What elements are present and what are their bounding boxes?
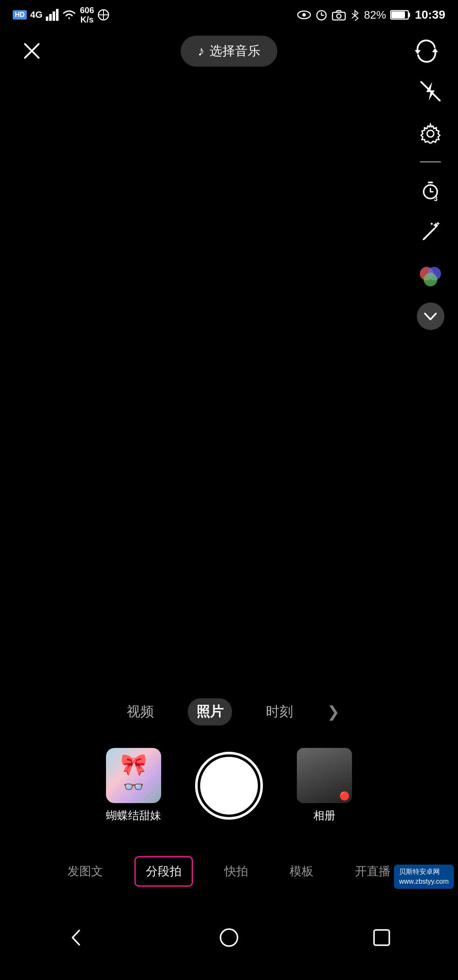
- chevron-down-icon: [423, 312, 438, 321]
- magic-wand-icon: ✦ ✦ ✦: [419, 221, 441, 244]
- wifi-icon: [62, 9, 76, 21]
- watermark: 贝斯特安卓网www.zbstyy.com: [394, 865, 454, 889]
- svg-rect-2: [53, 11, 55, 21]
- recents-button[interactable]: [356, 921, 407, 955]
- svg-point-6: [302, 13, 306, 17]
- svg-rect-3: [56, 9, 59, 21]
- alarm-icon: [316, 9, 327, 21]
- svg-line-17: [421, 82, 440, 101]
- network-speed: 606K/s: [80, 6, 94, 24]
- magic-wand-button[interactable]: ✦ ✦ ✦: [416, 218, 445, 247]
- svg-rect-13: [408, 13, 410, 17]
- refresh-icon: [415, 39, 438, 63]
- timer-button[interactable]: 3: [416, 175, 445, 205]
- tab-live[interactable]: 开直播: [345, 857, 401, 885]
- back-button[interactable]: [51, 921, 102, 955]
- close-button[interactable]: [17, 36, 47, 66]
- camera-viewfinder: [0, 30, 458, 725]
- svg-text:3: 3: [434, 195, 438, 201]
- home-icon: [218, 927, 240, 948]
- mode-video[interactable]: 视频: [118, 698, 162, 725]
- svg-text:✦: ✦: [430, 221, 434, 227]
- tab-segment-shoot[interactable]: 分段拍: [134, 856, 193, 887]
- album-preview-image: [297, 748, 352, 803]
- time: 10:39: [415, 8, 445, 22]
- svg-marker-15: [432, 48, 438, 52]
- status-left: HD 4G 606K/s: [13, 6, 109, 24]
- navigation-bar: [0, 895, 458, 980]
- effect-label: 蝴蝶结甜妹: [106, 808, 161, 823]
- album-label: 相册: [313, 808, 335, 823]
- svg-rect-14: [391, 11, 405, 18]
- svg-rect-1: [49, 14, 52, 21]
- music-select-button[interactable]: ♪ 选择音乐: [181, 36, 277, 67]
- bottom-tabs: 发图文 分段拍 快拍 模板 开直播: [0, 848, 458, 895]
- color-filter-button[interactable]: [416, 260, 445, 290]
- top-bar: ♪ 选择音乐: [0, 30, 458, 72]
- svg-point-18: [427, 130, 434, 137]
- effect-thumbnail[interactable]: 蝴蝶结甜妹: [106, 748, 161, 823]
- music-note-icon: ♪: [198, 43, 204, 59]
- home-button[interactable]: [204, 921, 254, 955]
- battery-icon: [390, 9, 411, 20]
- shutter-button[interactable]: [195, 752, 263, 820]
- svg-point-32: [221, 929, 237, 946]
- recents-icon: [371, 927, 392, 948]
- color-filter-icon: [417, 262, 444, 288]
- effect-preview-image: [106, 748, 161, 803]
- mode-photo[interactable]: 照片: [188, 698, 232, 725]
- album-button[interactable]: 相册: [297, 748, 352, 823]
- mode-moment[interactable]: 时刻: [257, 698, 302, 725]
- svg-point-11: [337, 14, 341, 18]
- svg-rect-22: [428, 182, 433, 183]
- svg-rect-0: [46, 17, 48, 21]
- signal-4g: 4G: [30, 9, 42, 20]
- tab-post[interactable]: 发图文: [57, 857, 113, 885]
- tab-template[interactable]: 模板: [279, 857, 324, 885]
- flip-camera-button[interactable]: [411, 36, 441, 66]
- hd-badge: HD: [13, 10, 27, 20]
- status-bar: HD 4G 606K/s: [0, 0, 458, 30]
- settings-button[interactable]: [416, 119, 445, 148]
- flash-button[interactable]: [416, 76, 445, 106]
- status-right: 82% 10:39: [297, 8, 445, 22]
- divider: [420, 161, 441, 162]
- mode-selector: 视频 照片 时刻 ❯: [0, 690, 458, 734]
- right-controls: 3 ✦ ✦ ✦: [416, 76, 445, 330]
- eye-icon: [297, 9, 311, 21]
- shutter-inner: [200, 757, 258, 815]
- signal-bars-icon: [46, 9, 59, 21]
- timer-icon: 3: [419, 179, 441, 201]
- settings-icon: [419, 123, 441, 145]
- vpn-icon: [98, 9, 109, 21]
- more-options-button[interactable]: [417, 302, 444, 330]
- svg-rect-10: [332, 12, 345, 20]
- svg-line-24: [424, 229, 434, 239]
- camera-icon: [332, 9, 346, 21]
- battery-percent: 82%: [364, 8, 386, 22]
- back-icon: [66, 927, 87, 948]
- svg-text:✦: ✦: [436, 221, 441, 227]
- bluetooth-icon: [350, 9, 360, 21]
- music-select-label: 选择音乐: [209, 42, 260, 60]
- mode-arrow: ❯: [327, 703, 340, 721]
- svg-point-31: [424, 273, 437, 286]
- tab-quick-shoot[interactable]: 快拍: [214, 857, 258, 885]
- svg-marker-16: [415, 50, 421, 54]
- camera-controls: 蝴蝶结甜妹 相册: [0, 748, 458, 823]
- svg-rect-33: [374, 930, 389, 945]
- flash-off-icon: [419, 80, 441, 102]
